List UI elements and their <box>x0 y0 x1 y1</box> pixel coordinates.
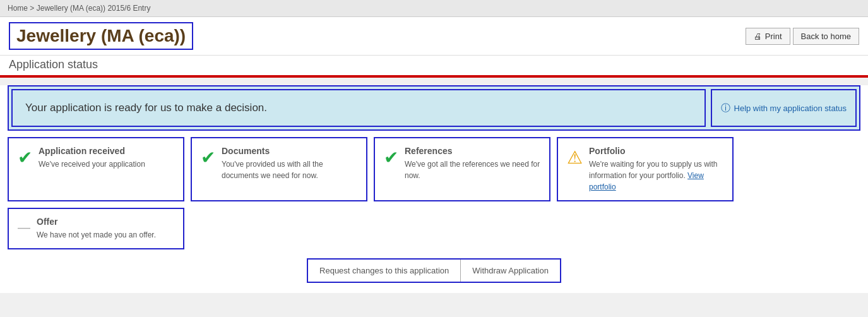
card-application-content: Application received We've received your… <box>39 146 145 170</box>
top-bar: Jewellery (MA (eca)) 🖨 Print Back to hom… <box>0 17 868 56</box>
page-title: Jewellery (MA (eca)) <box>9 22 193 50</box>
view-portfolio-link[interactable]: View portfolio <box>589 171 704 191</box>
card-application-body: We've received your application <box>39 158 145 170</box>
help-icon: ⓘ <box>721 102 730 114</box>
card-documents-content: Documents You've provided us with all th… <box>222 146 357 181</box>
card-offer-body: We have not yet made you an offer. <box>37 229 156 241</box>
withdraw-application-button[interactable]: Withdraw Application <box>461 260 560 282</box>
check-icon-documents: ✔ <box>201 147 215 168</box>
main-content: Your application is ready for us to make… <box>0 85 868 293</box>
check-icon-application: ✔ <box>18 147 32 168</box>
card-references: ✔ References We've got all the reference… <box>374 137 550 201</box>
card-documents: ✔ Documents You've provided us with all … <box>191 137 367 201</box>
card-documents-body: You've provided us with all the document… <box>222 158 357 181</box>
card-portfolio: ⚠ Portfolio We're waiting for you to sup… <box>557 137 734 201</box>
card-portfolio-body: We're waiting for you to supply us with … <box>589 158 723 193</box>
print-button[interactable]: 🖨 Print <box>746 28 790 45</box>
cards-row-1: ✔ Application received We've received yo… <box>8 137 860 201</box>
check-icon-references: ✔ <box>384 147 398 168</box>
status-banner: Your application is ready for us to make… <box>8 85 860 131</box>
top-buttons: 🖨 Print Back to home <box>746 28 859 45</box>
request-changes-button[interactable]: Request changes to this application <box>308 260 461 282</box>
print-label: Print <box>765 32 782 41</box>
breadcrumb-course: Jewellery (MA (eca)) 2015/6 Entry <box>37 4 151 13</box>
dash-icon-offer: — <box>18 220 30 235</box>
print-icon: 🖨 <box>754 32 762 41</box>
card-portfolio-content: Portfolio We're waiting for you to suppl… <box>589 146 723 193</box>
red-divider <box>0 75 868 78</box>
breadcrumb-home[interactable]: Home <box>8 4 28 13</box>
back-home-button[interactable]: Back to home <box>793 28 860 45</box>
app-status-label: Application status <box>0 56 868 75</box>
action-btn-group: Request changes to this application With… <box>307 258 561 283</box>
status-banner-text: Your application is ready for us to make… <box>11 89 706 127</box>
card-references-title: References <box>405 146 540 156</box>
cards-row-2: — Offer We have not yet made you an offe… <box>8 208 860 249</box>
card-references-body: We've got all the references we need for… <box>405 158 540 181</box>
card-references-content: References We've got all the references … <box>405 146 540 181</box>
card-offer: — Offer We have not yet made you an offe… <box>8 208 184 249</box>
card-documents-title: Documents <box>222 146 357 156</box>
card-portfolio-title: Portfolio <box>589 146 723 156</box>
card-application-received: ✔ Application received We've received yo… <box>8 137 184 201</box>
help-link-label: Help with my application status <box>734 104 847 113</box>
card-offer-title: Offer <box>37 217 156 227</box>
breadcrumb-sep1: > <box>30 4 34 13</box>
warn-icon-portfolio: ⚠ <box>567 147 583 168</box>
card-application-title: Application received <box>39 146 145 156</box>
card-offer-content: Offer We have not yet made you an offer. <box>37 217 156 241</box>
breadcrumb: Home > Jewellery (MA (eca)) 2015/6 Entry <box>0 0 868 17</box>
help-link-box[interactable]: ⓘ Help with my application status <box>711 89 857 127</box>
action-buttons: Request changes to this application With… <box>8 258 860 283</box>
